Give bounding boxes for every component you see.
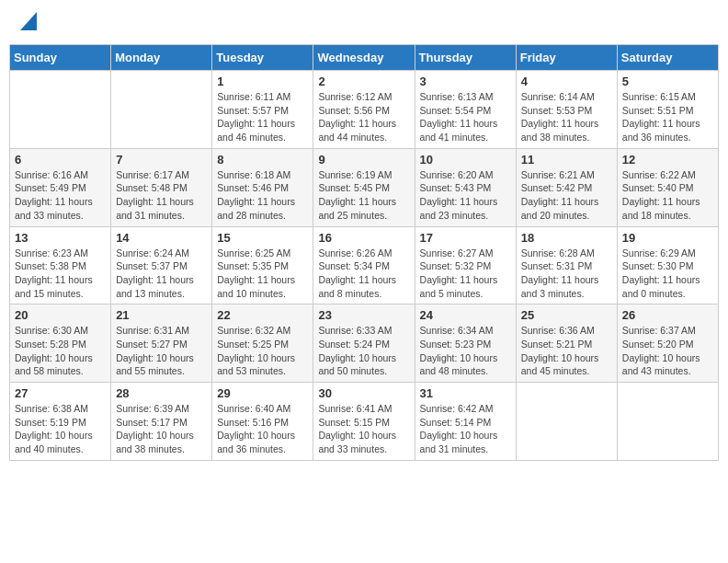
calendar-cell: 30Sunrise: 6:41 AMSunset: 5:15 PMDayligh… bbox=[313, 383, 415, 461]
day-info: Sunrise: 6:41 AMSunset: 5:15 PMDaylight:… bbox=[318, 402, 409, 456]
calendar-cell: 29Sunrise: 6:40 AMSunset: 5:16 PMDayligh… bbox=[212, 383, 313, 461]
calendar-cell bbox=[516, 383, 617, 461]
day-number: 7 bbox=[116, 153, 207, 167]
day-info: Sunrise: 6:21 AMSunset: 5:42 PMDaylight:… bbox=[521, 168, 612, 223]
day-number: 14 bbox=[116, 231, 207, 245]
day-info: Sunrise: 6:30 AMSunset: 5:28 PMDaylight:… bbox=[15, 324, 106, 378]
day-number: 3 bbox=[420, 75, 511, 88]
day-number: 17 bbox=[420, 231, 511, 245]
calendar-day-header: Thursday bbox=[415, 45, 516, 71]
calendar-cell: 13Sunrise: 6:23 AMSunset: 5:38 PMDayligh… bbox=[10, 226, 111, 304]
day-number: 28 bbox=[116, 386, 207, 400]
calendar-day-header: Wednesday bbox=[313, 45, 415, 71]
day-number: 4 bbox=[521, 75, 612, 88]
day-number: 22 bbox=[217, 308, 308, 322]
day-info: Sunrise: 6:29 AMSunset: 5:30 PMDaylight:… bbox=[622, 247, 713, 301]
calendar-day-header: Tuesday bbox=[212, 45, 313, 71]
calendar-cell: 24Sunrise: 6:34 AMSunset: 5:23 PMDayligh… bbox=[415, 304, 516, 383]
calendar-cell: 14Sunrise: 6:24 AMSunset: 5:37 PMDayligh… bbox=[111, 226, 212, 304]
day-info: Sunrise: 6:11 AMSunset: 5:57 PMDaylight:… bbox=[217, 90, 308, 144]
day-number: 9 bbox=[318, 153, 409, 167]
day-info: Sunrise: 6:24 AMSunset: 5:37 PMDaylight:… bbox=[116, 247, 207, 301]
day-number: 1 bbox=[217, 75, 308, 88]
day-info: Sunrise: 6:40 AMSunset: 5:16 PMDaylight:… bbox=[217, 402, 308, 456]
day-info: Sunrise: 6:26 AMSunset: 5:34 PMDaylight:… bbox=[318, 247, 409, 301]
day-number: 8 bbox=[217, 153, 308, 167]
calendar-cell: 11Sunrise: 6:21 AMSunset: 5:42 PMDayligh… bbox=[516, 148, 617, 226]
day-info: Sunrise: 6:22 AMSunset: 5:40 PMDaylight:… bbox=[622, 168, 713, 223]
day-number: 11 bbox=[521, 153, 612, 167]
page-header bbox=[9, 9, 719, 35]
calendar-week-row: 13Sunrise: 6:23 AMSunset: 5:38 PMDayligh… bbox=[10, 226, 719, 304]
day-info: Sunrise: 6:37 AMSunset: 5:20 PMDaylight:… bbox=[622, 324, 713, 378]
calendar-week-row: 6Sunrise: 6:16 AMSunset: 5:49 PMDaylight… bbox=[10, 148, 719, 226]
day-number: 27 bbox=[15, 386, 106, 400]
day-number: 15 bbox=[217, 231, 308, 245]
calendar-day-header: Friday bbox=[516, 45, 617, 71]
day-number: 5 bbox=[622, 75, 713, 88]
calendar-cell: 2Sunrise: 6:12 AMSunset: 5:56 PMDaylight… bbox=[313, 71, 415, 149]
day-info: Sunrise: 6:17 AMSunset: 5:48 PMDaylight:… bbox=[116, 168, 207, 223]
calendar-cell: 7Sunrise: 6:17 AMSunset: 5:48 PMDaylight… bbox=[111, 148, 212, 226]
calendar-cell bbox=[111, 71, 212, 149]
day-number: 25 bbox=[521, 308, 612, 322]
calendar-cell: 26Sunrise: 6:37 AMSunset: 5:20 PMDayligh… bbox=[617, 304, 718, 383]
calendar-cell: 5Sunrise: 6:15 AMSunset: 5:51 PMDaylight… bbox=[617, 71, 718, 149]
calendar-cell: 18Sunrise: 6:28 AMSunset: 5:31 PMDayligh… bbox=[516, 226, 617, 304]
day-info: Sunrise: 6:32 AMSunset: 5:25 PMDaylight:… bbox=[217, 324, 308, 378]
calendar-cell: 27Sunrise: 6:38 AMSunset: 5:19 PMDayligh… bbox=[10, 383, 111, 461]
day-info: Sunrise: 6:27 AMSunset: 5:32 PMDaylight:… bbox=[420, 247, 511, 301]
day-number: 13 bbox=[15, 231, 106, 245]
calendar-day-header: Sunday bbox=[10, 45, 111, 71]
day-info: Sunrise: 6:39 AMSunset: 5:17 PMDaylight:… bbox=[116, 402, 207, 456]
calendar-cell: 22Sunrise: 6:32 AMSunset: 5:25 PMDayligh… bbox=[212, 304, 313, 383]
calendar-week-row: 1Sunrise: 6:11 AMSunset: 5:57 PMDaylight… bbox=[10, 71, 719, 149]
day-number: 2 bbox=[318, 75, 409, 88]
day-info: Sunrise: 6:33 AMSunset: 5:24 PMDaylight:… bbox=[318, 324, 409, 378]
calendar-cell: 6Sunrise: 6:16 AMSunset: 5:49 PMDaylight… bbox=[10, 148, 111, 226]
day-info: Sunrise: 6:36 AMSunset: 5:21 PMDaylight:… bbox=[521, 324, 612, 378]
logo-triangle-icon bbox=[20, 12, 37, 30]
day-number: 24 bbox=[420, 308, 511, 322]
calendar-cell: 8Sunrise: 6:18 AMSunset: 5:46 PMDaylight… bbox=[212, 148, 313, 226]
day-number: 16 bbox=[318, 231, 409, 245]
calendar-cell: 1Sunrise: 6:11 AMSunset: 5:57 PMDaylight… bbox=[212, 71, 313, 149]
logo bbox=[18, 14, 37, 30]
day-number: 20 bbox=[15, 308, 106, 322]
calendar-cell: 28Sunrise: 6:39 AMSunset: 5:17 PMDayligh… bbox=[111, 383, 212, 461]
calendar-cell: 19Sunrise: 6:29 AMSunset: 5:30 PMDayligh… bbox=[617, 226, 718, 304]
calendar-cell bbox=[10, 71, 111, 149]
day-number: 29 bbox=[217, 386, 308, 400]
calendar-cell: 12Sunrise: 6:22 AMSunset: 5:40 PMDayligh… bbox=[617, 148, 718, 226]
calendar-cell bbox=[617, 383, 718, 461]
day-info: Sunrise: 6:34 AMSunset: 5:23 PMDaylight:… bbox=[420, 324, 511, 378]
day-number: 21 bbox=[116, 308, 207, 322]
day-number: 18 bbox=[521, 231, 612, 245]
calendar-cell: 9Sunrise: 6:19 AMSunset: 5:45 PMDaylight… bbox=[313, 148, 415, 226]
calendar-cell: 25Sunrise: 6:36 AMSunset: 5:21 PMDayligh… bbox=[516, 304, 617, 383]
day-number: 23 bbox=[318, 308, 409, 322]
day-number: 30 bbox=[318, 386, 409, 400]
calendar-cell: 20Sunrise: 6:30 AMSunset: 5:28 PMDayligh… bbox=[10, 304, 111, 383]
day-info: Sunrise: 6:19 AMSunset: 5:45 PMDaylight:… bbox=[318, 168, 409, 223]
calendar-table: SundayMondayTuesdayWednesdayThursdayFrid… bbox=[9, 44, 719, 461]
day-info: Sunrise: 6:31 AMSunset: 5:27 PMDaylight:… bbox=[116, 324, 207, 378]
day-info: Sunrise: 6:14 AMSunset: 5:53 PMDaylight:… bbox=[521, 90, 612, 144]
day-info: Sunrise: 6:20 AMSunset: 5:43 PMDaylight:… bbox=[420, 168, 511, 223]
calendar-week-row: 20Sunrise: 6:30 AMSunset: 5:28 PMDayligh… bbox=[10, 304, 719, 383]
calendar-cell: 4Sunrise: 6:14 AMSunset: 5:53 PMDaylight… bbox=[516, 71, 617, 149]
calendar-day-header: Saturday bbox=[617, 45, 718, 71]
svg-marker-0 bbox=[20, 12, 37, 30]
day-info: Sunrise: 6:16 AMSunset: 5:49 PMDaylight:… bbox=[15, 168, 106, 223]
calendar-cell: 16Sunrise: 6:26 AMSunset: 5:34 PMDayligh… bbox=[313, 226, 415, 304]
day-number: 31 bbox=[420, 386, 511, 400]
calendar-header-row: SundayMondayTuesdayWednesdayThursdayFrid… bbox=[10, 45, 719, 71]
day-number: 19 bbox=[622, 231, 713, 245]
day-info: Sunrise: 6:12 AMSunset: 5:56 PMDaylight:… bbox=[318, 90, 409, 144]
day-number: 6 bbox=[15, 153, 106, 167]
calendar-cell: 3Sunrise: 6:13 AMSunset: 5:54 PMDaylight… bbox=[415, 71, 516, 149]
day-info: Sunrise: 6:15 AMSunset: 5:51 PMDaylight:… bbox=[622, 90, 713, 144]
day-info: Sunrise: 6:25 AMSunset: 5:35 PMDaylight:… bbox=[217, 247, 308, 301]
day-info: Sunrise: 6:18 AMSunset: 5:46 PMDaylight:… bbox=[217, 168, 308, 223]
calendar-week-row: 27Sunrise: 6:38 AMSunset: 5:19 PMDayligh… bbox=[10, 383, 719, 461]
